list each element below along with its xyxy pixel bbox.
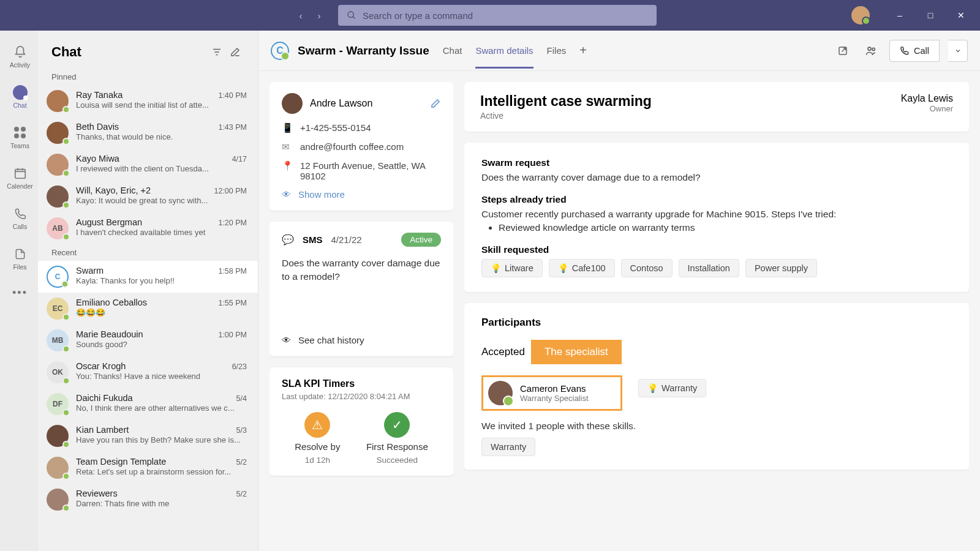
show-more-link[interactable]: 👁Show more xyxy=(282,189,441,200)
chat-item-name: Kian Lambert xyxy=(76,425,232,435)
conversation-tab[interactable]: Chat xyxy=(443,33,462,69)
svg-line-1 xyxy=(353,17,355,18)
contact-phone: +1-425-555-0154 xyxy=(300,122,371,133)
chat-list-panel: Chat Pinned Ray Tanaka1:40 PM Louisa wil… xyxy=(38,31,258,551)
skill-tag: Contoso xyxy=(621,259,673,277)
eye-icon: 👁 xyxy=(282,335,291,345)
nav-back-button[interactable]: ‹ xyxy=(293,7,309,23)
filter-button[interactable] xyxy=(208,43,226,61)
window-maximize-button[interactable]: □ xyxy=(916,1,944,30)
chat-list-item[interactable]: OK Oscar Krogh6/23 You: Thanks! Have a n… xyxy=(38,356,258,388)
bulb-icon: 💡 xyxy=(558,263,568,273)
section-recent: Recent xyxy=(38,244,258,261)
accepted-label: Accepted xyxy=(481,346,531,358)
chat-item-preview: Thanks, that would be nice. xyxy=(76,132,247,141)
presence-dot xyxy=(62,473,70,480)
participant-role: Warranty Specialist xyxy=(520,394,589,403)
compose-icon xyxy=(230,47,241,58)
swarm-status: Active xyxy=(480,111,652,121)
edit-contact-button[interactable] xyxy=(430,98,441,109)
swarm-request-heading: Swarm request xyxy=(481,157,952,168)
participants-card: Participants Accepted The specialist Cam… xyxy=(464,303,969,470)
chat-list-item[interactable]: Kayo Miwa4/17 I reviewed with the client… xyxy=(38,149,258,181)
nav-forward-button[interactable]: › xyxy=(311,7,327,23)
chat-item-preview: Reta: Let's set up a brainstorm session … xyxy=(76,467,247,476)
rail-calls[interactable]: Calls xyxy=(0,201,38,235)
call-options-button[interactable] xyxy=(948,40,968,62)
chat-list-item[interactable]: Ray Tanaka1:40 PM Louisa will send the i… xyxy=(38,85,258,117)
chat-list-item[interactable]: MB Marie Beaudouin1:00 PM Sounds good? xyxy=(38,324,258,356)
steps-intro: Customer recently purchased a warranty u… xyxy=(481,209,952,220)
rail-more[interactable]: ••• xyxy=(0,282,38,304)
new-chat-button[interactable] xyxy=(226,43,244,61)
sla-updated: Last update: 12/12/2020 8:04:21 AM xyxy=(282,392,441,401)
chat-list-item[interactable]: Will, Kayo, Eric, +212:00 PM Kayo: It wo… xyxy=(38,181,258,212)
window-close-button[interactable]: ✕ xyxy=(947,1,975,30)
swarm-header-card: Intelligent case swarming Active Kayla L… xyxy=(464,82,969,132)
contact-name: Andre Lawson xyxy=(310,98,423,109)
chat-avatar: AB xyxy=(47,217,69,239)
teams-icon xyxy=(14,127,26,138)
chat-item-preview: Kayla: Thanks for you help!! xyxy=(76,276,247,285)
more-icon: ••• xyxy=(13,285,28,300)
chat-list-item[interactable]: Team Design Template5/2 Reta: Let's set … xyxy=(38,452,258,484)
global-search[interactable]: Search or type a command xyxy=(338,5,657,26)
current-user-avatar[interactable] xyxy=(851,6,870,24)
chat-item-preview: No, I think there are other alternatives… xyxy=(76,403,247,413)
swarm-request-body: Does the warranty cover damage due to a … xyxy=(481,172,952,183)
chat-list-item[interactable]: EC Emiliano Ceballos1:55 PM 😂😂😂 xyxy=(38,293,258,324)
chat-list-item[interactable]: AB August Bergman1:20 PM I haven't check… xyxy=(38,212,258,244)
rail-calendar[interactable]: Calender xyxy=(0,160,38,195)
presence-dot xyxy=(62,170,70,177)
chat-list-item[interactable]: Beth Davis1:43 PM Thanks, that would be … xyxy=(38,117,258,149)
conversation-tab[interactable]: Swarm details xyxy=(475,33,533,69)
section-pinned: Pinned xyxy=(38,69,258,85)
people-icon xyxy=(865,45,877,57)
chat-item-time: 4/17 xyxy=(232,155,247,163)
add-tab-button[interactable]: + xyxy=(579,43,587,58)
chat-item-name: Beth Davis xyxy=(76,122,213,132)
title-bar: ‹ › Search or type a command – □ ✕ xyxy=(0,0,980,31)
popout-button[interactable] xyxy=(833,41,853,61)
svg-point-0 xyxy=(348,12,353,17)
chat-list-item[interactable]: C Swarm1:58 PM Kayla: Thanks for you hel… xyxy=(38,261,258,293)
chevron-down-icon xyxy=(954,47,962,54)
bulb-icon: 💡 xyxy=(647,383,658,393)
chat-list-item[interactable]: DF Daichi Fukuda5/4 No, I think there ar… xyxy=(38,388,258,420)
conversation-tab[interactable]: Files xyxy=(547,33,567,69)
rail-teams[interactable]: Teams xyxy=(0,120,38,154)
sms-label: SMS xyxy=(303,234,323,245)
eye-icon: 👁 xyxy=(282,189,291,200)
chat-item-time: 5/3 xyxy=(236,426,247,435)
rail-files[interactable]: Files xyxy=(0,241,38,276)
call-button[interactable]: Call xyxy=(889,40,940,62)
chat-item-time: 5/2 xyxy=(236,490,247,498)
filter-icon xyxy=(211,47,222,58)
steps-heading: Steps already tried xyxy=(481,194,952,205)
chat-item-name: Kayo Miwa xyxy=(76,154,227,163)
chat-item-name: Oscar Krogh xyxy=(76,361,227,371)
rail-chat[interactable]: Chat xyxy=(0,80,38,114)
chat-list-item[interactable]: Kian Lambert5/3 Have you ran this by Bet… xyxy=(38,420,258,452)
chat-item-time: 1:58 PM xyxy=(218,267,247,276)
chat-list-item[interactable]: Reviewers5/2 Darren: Thats fine with me xyxy=(38,484,258,515)
chat-avatar xyxy=(47,122,69,144)
see-chat-history-link[interactable]: 👁See chat history xyxy=(282,326,441,345)
presence-dot xyxy=(62,441,70,448)
window-minimize-button[interactable]: – xyxy=(886,1,914,30)
chat-item-name: Emiliano Ceballos xyxy=(76,298,213,307)
svg-point-11 xyxy=(872,48,875,50)
participant-avatar xyxy=(488,381,513,405)
chat-item-time: 1:55 PM xyxy=(218,299,247,307)
presence-dot xyxy=(62,313,70,321)
sla-card: SLA KPI Timers Last update: 12/12/2020 8… xyxy=(270,367,453,476)
chat-item-time: 12:00 PM xyxy=(214,187,247,195)
chat-item-name: Team Design Template xyxy=(76,457,232,467)
svg-point-10 xyxy=(868,47,871,50)
rail-activity[interactable]: Activity xyxy=(0,39,38,73)
chat-icon xyxy=(13,85,28,100)
presence-dot xyxy=(62,345,70,353)
participants-button[interactable] xyxy=(861,41,881,61)
participant-skill-tag: 💡Warranty xyxy=(638,379,706,397)
participant-item[interactable]: Cameron Evans Warranty Specialist xyxy=(481,375,622,411)
